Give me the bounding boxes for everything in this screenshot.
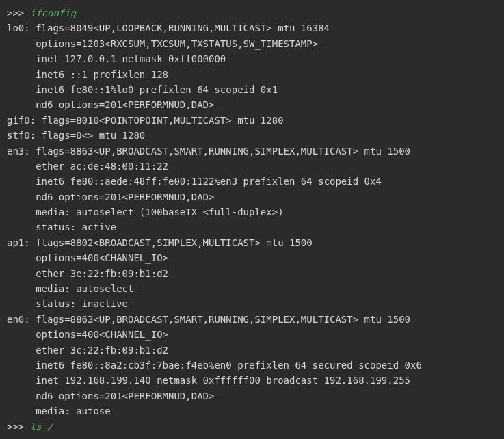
- terminal-window[interactable]: >>> ifconfig lo0: flags=8049<UP,LOOPBACK…: [0, 0, 504, 439]
- output-line: media: autose: [7, 403, 497, 418]
- output-line: ap1: flags=8802<BROADCAST,SIMPLEX,MULTIC…: [7, 235, 497, 250]
- output-line: inet6 fe80::8a2:cb3f:7bae:f4eb%en0 prefi…: [7, 358, 497, 373]
- output-line: ether 3c:22:fb:09:b1:d2: [7, 343, 497, 358]
- command-output: lo0: flags=8049<UP,LOOPBACK,RUNNING,MULT…: [7, 21, 497, 418]
- output-line: gif0: flags=8010<POINTOPOINT,MULTICAST> …: [7, 113, 497, 128]
- prompt-symbol: >>>: [7, 5, 30, 21]
- output-line: nd6 options=201<PERFORMNUD,DAD>: [7, 388, 497, 403]
- output-line: inet6 fe80::1%lo0 prefixlen 64 scopeid 0…: [7, 82, 497, 97]
- output-line: options=1203<RXCSUM,TXCSUM,TXSTATUS,SW_T…: [7, 36, 497, 51]
- command-text: ifconfig: [30, 5, 76, 21]
- output-line: lo0: flags=8049<UP,LOOPBACK,RUNNING,MULT…: [7, 21, 497, 36]
- output-line: en3: flags=8863<UP,BROADCAST,SMART,RUNNI…: [7, 144, 497, 159]
- output-line: inet 192.168.199.140 netmask 0xffffff00 …: [7, 373, 497, 388]
- output-line: inet6 ::1 prefixlen 128: [7, 67, 497, 82]
- output-line: options=400<CHANNEL_IO>: [7, 250, 497, 265]
- output-line: status: active: [7, 220, 497, 235]
- prompt-symbol: >>>: [7, 419, 30, 434]
- output-line: status: inactive: [7, 296, 497, 311]
- output-line: media: autoselect (100baseTX <full-duple…: [7, 204, 497, 220]
- command-line-1: >>> ifconfig: [7, 5, 497, 21]
- output-line: ether ac:de:48:00:11:22: [7, 159, 497, 174]
- output-line: options=400<CHANNEL_IO>: [7, 327, 497, 342]
- output-line: ether 3e:22:fb:09:b1:d2: [7, 266, 497, 281]
- output-line: nd6 options=201<PERFORMNUD,DAD>: [7, 97, 497, 112]
- output-line: media: autoselect: [7, 281, 497, 296]
- output-line: inet 127.0.0.1 netmask 0xff000000: [7, 51, 497, 66]
- output-line: stf0: flags=0<> mtu 1280: [7, 128, 497, 143]
- output-line: inet6 fe80::aede:48ff:fe00:1122%en3 pref…: [7, 174, 497, 189]
- output-line: en0: flags=8863<UP,BROADCAST,SMART,RUNNI…: [7, 312, 497, 327]
- output-line: nd6 options=201<PERFORMNUD,DAD>: [7, 189, 497, 204]
- command-text: ls /: [30, 419, 53, 434]
- command-line-2[interactable]: >>> ls /: [7, 419, 497, 434]
